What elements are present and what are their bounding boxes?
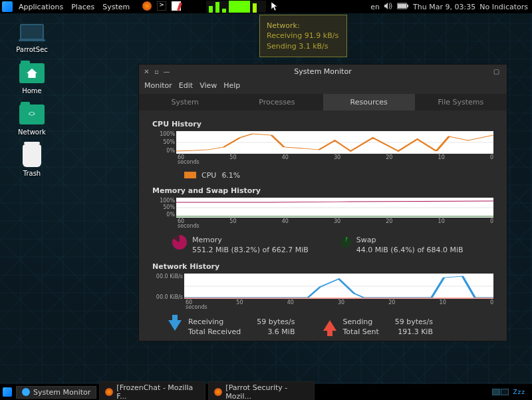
tx-label: Sending <box>343 317 379 326</box>
tx-total: 191.3 KiB <box>395 327 433 336</box>
show-desktop-icon[interactable] <box>3 387 12 397</box>
tooltip-title: Network: <box>267 21 338 31</box>
workspace-switcher[interactable] <box>492 389 509 395</box>
net-history-title: Network History <box>152 262 493 271</box>
menu-view[interactable]: View <box>200 81 217 90</box>
tab-content: CPU History 100%50%0% 6050 4030 2010 0 s… <box>139 110 507 341</box>
mem-x-axis: 6050 4030 2010 0 seconds <box>152 218 493 224</box>
mem-y-axis: 100%50%0% <box>152 198 176 218</box>
battery-icon[interactable] <box>397 3 409 11</box>
cpu-y-axis: 100%50%0% <box>152 131 176 154</box>
system-monitor-window: ✕ ▫ — System Monitor ▢ Monitor Edit View… <box>138 64 507 341</box>
tab-filesystems[interactable]: File Systems <box>415 94 507 110</box>
bottom-panel: System Monitor [FrozenChat - Mozilla F..… <box>0 384 532 400</box>
text-editor-icon[interactable] <box>172 1 182 12</box>
net-x-axis: 6050 4030 2010 0 seconds <box>152 299 493 305</box>
tab-system[interactable]: System <box>139 94 231 110</box>
tabbar: System Processes Resources File Systems <box>139 94 507 110</box>
memory-label: Memory <box>192 235 309 245</box>
cpu-history-title: CPU History <box>152 120 493 128</box>
upload-arrow-icon <box>323 320 336 331</box>
menu-places[interactable]: Places <box>67 3 98 11</box>
svg-rect-2 <box>398 4 406 8</box>
icon-label: ParrotSec <box>16 46 48 53</box>
desktop-icon-trash[interactable]: Trash <box>8 144 56 177</box>
mem-history-title: Memory and Swap History <box>152 186 493 195</box>
menu-applications[interactable]: Applications <box>15 3 67 11</box>
tooltip-rx: Receiving 91.9 kB/s <box>267 31 338 41</box>
task-label: [FrozenChat - Mozilla F... <box>116 383 200 400</box>
network-monitor-applet[interactable] <box>206 1 266 13</box>
cursor-icon <box>271 1 279 12</box>
tab-processes[interactable]: Processes <box>231 94 323 110</box>
desktop-icon-network[interactable]: ⌔ Network <box>8 102 56 136</box>
network-tooltip: Network: Receiving 91.9 kB/s Sending 3.1… <box>259 15 347 57</box>
svg-rect-1 <box>407 5 408 7</box>
firefox-icon <box>105 388 113 396</box>
restore-button[interactable]: ▫ <box>153 68 160 75</box>
icon-label: Network <box>18 128 46 136</box>
firefox-icon <box>214 388 222 396</box>
memory-value: 551.2 MiB (83.2%) of 662.7 MiB <box>192 245 309 255</box>
terminal-icon[interactable] <box>157 1 168 12</box>
no-indicators-label: No Indicators <box>479 3 528 11</box>
cpu-legend-value: 6.1% <box>221 171 240 180</box>
close-button[interactable]: ✕ <box>143 68 150 75</box>
clock[interactable]: Thu Mar 9, 03:35 <box>413 3 475 11</box>
icon-label: Trash <box>23 170 41 177</box>
task-parrot-security[interactable]: [Parrot Security - Mozil... <box>208 381 315 400</box>
rx-total-label: Total Received <box>188 327 241 336</box>
keyboard-layout[interactable]: en <box>370 3 380 11</box>
menu-system[interactable]: System <box>98 3 134 11</box>
volume-icon[interactable] <box>384 2 393 12</box>
swap-label: Swap <box>356 235 464 245</box>
task-label: [Parrot Security - Mozil... <box>225 383 309 400</box>
rx-label: Receiving <box>188 317 241 326</box>
cpu-legend-label: CPU <box>201 171 216 180</box>
system-tray: en Thu Mar 9, 03:35 No Indicators <box>370 2 532 12</box>
task-system-monitor[interactable]: System Monitor <box>16 386 96 399</box>
rx-rate: 59 bytes/s <box>257 317 295 326</box>
titlebar[interactable]: ✕ ▫ — System Monitor ▢ <box>139 65 507 79</box>
menu-monitor[interactable]: Monitor <box>144 81 172 90</box>
window-title: System Monitor <box>139 67 507 76</box>
net-graph <box>184 274 493 299</box>
tx-rate: 59 bytes/s <box>395 317 433 326</box>
memory-pie-icon <box>172 235 187 250</box>
swap-value: 44.0 MiB (6.4%) of 684.0 MiB <box>356 245 464 255</box>
parrot-logo-icon[interactable] <box>2 1 13 12</box>
menubar: Monitor Edit View Help <box>139 79 507 94</box>
top-panel: Applications Places System en Thu Mar 9,… <box>0 0 532 13</box>
minimize-button[interactable]: — <box>163 68 170 75</box>
mem-graph <box>176 198 493 218</box>
task-frozenchat[interactable]: [FrozenChat - Mozilla F... <box>99 381 205 400</box>
maximize-button[interactable]: ▢ <box>493 68 500 75</box>
task-icon <box>22 388 30 396</box>
cpu-graph <box>176 131 493 154</box>
firefox-icon[interactable] <box>142 1 153 12</box>
task-label: System Monitor <box>33 388 90 397</box>
desktop-icons: ParrotSec Home ⌔ Network Trash <box>8 20 56 177</box>
rx-total: 3.6 MiB <box>257 327 295 336</box>
swap-pie-icon <box>340 237 351 248</box>
desktop-icon-home[interactable]: Home <box>8 61 56 95</box>
tooltip-tx: Sending 3.1 kB/s <box>267 41 338 51</box>
cpu-legend-swatch <box>184 172 196 178</box>
sleep-indicator-icon[interactable]: Zzz <box>513 389 525 395</box>
menu-help[interactable]: Help <box>223 81 240 90</box>
tx-total-label: Total Sent <box>343 327 379 336</box>
cpu-x-axis: 6050 4030 2010 0 seconds <box>152 154 493 160</box>
net-y-axis: 00.0 KiB/s00.0 KiB/s <box>152 274 184 299</box>
download-arrow-icon <box>168 320 182 331</box>
icon-label: Home <box>22 87 42 95</box>
tab-resources[interactable]: Resources <box>323 94 415 110</box>
desktop-icon-parrotsec[interactable]: ParrotSec <box>8 20 56 53</box>
menu-edit[interactable]: Edit <box>179 81 193 90</box>
